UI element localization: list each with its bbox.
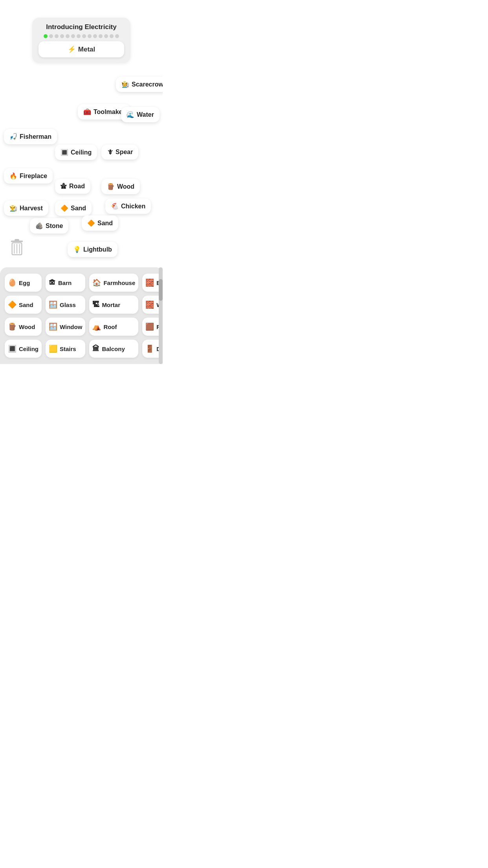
progress-dot-9 (88, 34, 92, 38)
road-label: Road (69, 183, 85, 190)
fisherman-chip[interactable]: 🎣 Fisherman (4, 129, 57, 144)
ceiling-emoji: 🔳 (61, 149, 68, 156)
wood-label: Wood (117, 183, 134, 190)
spear-emoji: 🗡 (107, 149, 113, 156)
progress-dot-4 (60, 34, 64, 38)
balcony-label: Balcony (102, 346, 125, 352)
glass-item[interactable]: 🪟 Glass (46, 296, 85, 314)
toolmaker-emoji: 🧰 (83, 108, 91, 116)
stairs-label: Stairs (60, 346, 76, 352)
stone-chip[interactable]: 🪨 Stone (30, 218, 68, 234)
wood-bottom-label: Wood (19, 324, 35, 330)
metal-label: Metal (78, 46, 95, 53)
harvest-label: Harvest (20, 205, 43, 212)
window-item[interactable]: 🪟 Window (46, 318, 85, 336)
egg-label: Egg (19, 280, 30, 286)
stairs-emoji: 🟨 (49, 344, 57, 353)
water-chip[interactable]: 🌊 Water (121, 107, 160, 122)
fireplace-label: Fireplace (20, 173, 47, 180)
roof-item[interactable]: ⛺ Roof (89, 318, 138, 336)
chicken-chip[interactable]: 🐔 Chicken (105, 199, 151, 214)
progress-dot-8 (82, 34, 86, 38)
scarecrow-label: Scarecrow (132, 81, 163, 88)
scrollbar[interactable] (159, 267, 163, 364)
progress-dot-7 (77, 34, 81, 38)
fisherman-label: Fisherman (20, 133, 51, 140)
progress-dot-12 (104, 34, 108, 38)
fisherman-emoji: 🎣 (9, 133, 17, 140)
metal-button[interactable]: ⚡ Metal (39, 41, 124, 57)
progress-dots (44, 34, 119, 38)
scarecrow-emoji: 🧑‍🌾 (121, 81, 129, 88)
ceiling-label: Ceiling (71, 149, 92, 156)
sand2-emoji: 🔶 (87, 219, 95, 227)
progress-dot-5 (66, 34, 70, 38)
wood-bottom-item[interactable]: 🪵 Wood (5, 318, 42, 336)
door-emoji: 🚪 (145, 344, 154, 353)
header-card: Introducing Electricity ⚡ Metal (32, 18, 130, 63)
bottom-panel: 🥚 Egg 🏚 Barn 🏠 Farmhouse 🧱 Brick 🔶 Sand … (0, 267, 163, 364)
egg-emoji: 🥚 (8, 278, 17, 287)
svg-rect-1 (15, 239, 19, 241)
fireplace-emoji: 🔥 (9, 172, 17, 180)
glass-label: Glass (60, 302, 76, 308)
roof-label: Roof (103, 324, 117, 330)
sand-label: Sand (71, 205, 86, 212)
balcony-emoji: 🏛 (92, 345, 99, 353)
floor-emoji: 🟫 (145, 322, 154, 331)
glass-emoji: 🪟 (49, 300, 57, 309)
mortar-item[interactable]: 🏗 Mortar (89, 296, 138, 314)
progress-dot-10 (93, 34, 97, 38)
wood-bottom-emoji: 🪵 (8, 322, 17, 331)
progress-dot-6 (71, 34, 75, 38)
barn-item[interactable]: 🏚 Barn (46, 274, 85, 292)
sand-bottom-emoji: 🔶 (8, 300, 17, 309)
scarecrow-chip[interactable]: 🧑‍🌾 Scarecrow (116, 77, 163, 92)
fireplace-chip[interactable]: 🔥 Fireplace (4, 168, 53, 184)
balcony-item[interactable]: 🏛 Balcony (89, 340, 138, 358)
ceiling-bottom-emoji: 🔳 (8, 344, 17, 353)
farmhouse-item[interactable]: 🏠 Farmhouse (89, 274, 138, 292)
stairs-item[interactable]: 🟨 Stairs (46, 340, 85, 358)
mortar-label: Mortar (102, 302, 120, 308)
wood-chip[interactable]: 🪵 Wood (101, 179, 140, 194)
stone-label: Stone (46, 223, 63, 230)
sand2-label: Sand (97, 220, 113, 227)
window-label: Window (60, 324, 82, 330)
chicken-emoji: 🐔 (111, 202, 119, 210)
ceiling-bottom-item[interactable]: 🔳 Ceiling (5, 340, 42, 358)
harvest-chip[interactable]: 👨‍🌾 Harvest (4, 200, 48, 216)
spear-chip[interactable]: 🗡 Spear (101, 145, 138, 160)
header-title: Introducing Electricity (46, 23, 116, 31)
barn-label: Barn (58, 280, 72, 286)
roof-emoji: ⛺ (92, 322, 101, 331)
water-label: Water (137, 111, 154, 118)
road-chip[interactable]: 🛣 Road (55, 179, 90, 194)
farmhouse-emoji: 🏠 (92, 278, 101, 287)
water-emoji: 🌊 (127, 111, 134, 118)
road-emoji: 🛣 (61, 183, 67, 190)
harvest-emoji: 👨‍🌾 (9, 204, 17, 212)
progress-dot-13 (110, 34, 114, 38)
progress-dot-2 (49, 34, 53, 38)
ceiling-chip[interactable]: 🔳 Ceiling (55, 145, 97, 160)
window-emoji: 🪟 (49, 322, 57, 331)
barn-emoji: 🏚 (49, 279, 56, 287)
egg-item[interactable]: 🥚 Egg (5, 274, 42, 292)
mortar-emoji: 🏗 (92, 301, 99, 309)
lightbulb-label: Lightbulb (83, 246, 112, 253)
chicken-label: Chicken (121, 203, 145, 210)
lightbulb-chip[interactable]: 💡 Lightbulb (68, 242, 117, 257)
progress-dot-1 (44, 34, 48, 38)
trash-button[interactable] (9, 239, 24, 257)
ceiling-bottom-label: Ceiling (19, 346, 39, 352)
progress-dot-3 (55, 34, 59, 38)
progress-dot-11 (99, 34, 103, 38)
sand-chip[interactable]: 🔶 Sand (55, 200, 92, 216)
scrollbar-thumb[interactable] (159, 279, 163, 301)
wood-emoji: 🪵 (107, 183, 115, 190)
lightbulb-emoji: 💡 (73, 246, 81, 253)
sand-bottom-item[interactable]: 🔶 Sand (5, 296, 42, 314)
sand2-chip[interactable]: 🔶 Sand (82, 215, 118, 231)
sand-bottom-label: Sand (19, 302, 33, 308)
